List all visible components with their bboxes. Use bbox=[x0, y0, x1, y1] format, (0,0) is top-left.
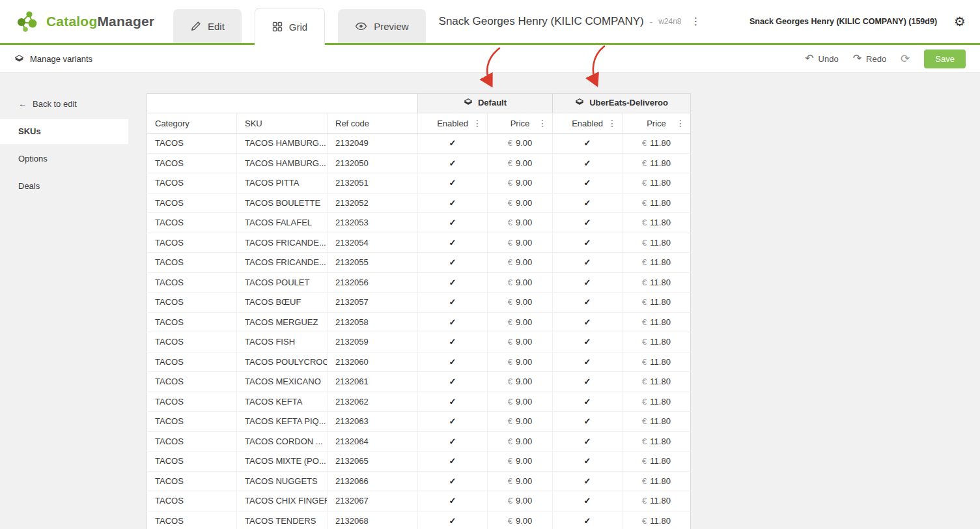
default-enabled-cell[interactable]: ✓ bbox=[418, 312, 488, 332]
uber-enabled-cell[interactable]: ✓ bbox=[553, 471, 623, 491]
category-cell[interactable]: TACOS bbox=[147, 153, 237, 173]
category-cell[interactable]: TACOS bbox=[147, 193, 237, 213]
sku-cell[interactable]: TACOS FRICANDE... bbox=[237, 233, 328, 253]
default-price-cell[interactable]: €9.00 bbox=[488, 352, 553, 372]
sku-cell[interactable]: TACOS BŒUF bbox=[237, 293, 328, 313]
category-cell[interactable]: TACOS bbox=[147, 471, 237, 491]
uber-price-cell[interactable]: €11.80 bbox=[623, 312, 691, 332]
default-price-cell[interactable]: €9.00 bbox=[488, 491, 553, 511]
account-name[interactable]: Snack Georges Henry (KILIC COMPANY) (159… bbox=[749, 17, 937, 26]
ref-code-cell[interactable]: 2132062 bbox=[328, 392, 418, 412]
tab-preview[interactable]: Preview bbox=[338, 9, 425, 43]
category-cell[interactable]: TACOS bbox=[147, 352, 237, 372]
default-enabled-cell[interactable]: ✓ bbox=[418, 372, 488, 392]
uber-price-cell[interactable]: €11.80 bbox=[623, 253, 691, 273]
column-kebab-icon[interactable]: ⋮ bbox=[674, 118, 687, 128]
default-enabled-cell[interactable]: ✓ bbox=[418, 153, 488, 173]
ref-code-cell[interactable]: 2132049 bbox=[328, 134, 418, 154]
category-cell[interactable]: TACOS bbox=[147, 134, 237, 154]
uber-price-cell[interactable]: €11.80 bbox=[623, 491, 691, 511]
category-cell[interactable]: TACOS bbox=[147, 431, 237, 451]
default-price-cell[interactable]: €9.00 bbox=[488, 451, 553, 472]
uber-enabled-cell[interactable]: ✓ bbox=[553, 372, 623, 392]
default-enabled-cell[interactable]: ✓ bbox=[418, 352, 488, 372]
uber-price-cell[interactable]: €11.80 bbox=[623, 352, 691, 372]
uber-price-cell[interactable]: €11.80 bbox=[623, 431, 691, 451]
sku-cell[interactable]: TACOS POULYCROC bbox=[237, 352, 328, 372]
default-price-cell[interactable]: €9.00 bbox=[488, 511, 553, 529]
variant-group-default[interactable]: Default bbox=[418, 94, 553, 113]
category-cell[interactable]: TACOS bbox=[147, 312, 237, 332]
uber-enabled-cell[interactable]: ✓ bbox=[553, 431, 623, 451]
save-button[interactable]: Save bbox=[924, 50, 966, 68]
default-enabled-cell[interactable]: ✓ bbox=[418, 451, 488, 472]
default-price-cell[interactable]: €9.00 bbox=[488, 153, 553, 173]
uber-price-cell[interactable]: €11.80 bbox=[623, 233, 691, 253]
sku-cell[interactable]: TACOS FALAFEL bbox=[237, 213, 328, 233]
uber-enabled-cell[interactable]: ✓ bbox=[553, 392, 623, 412]
ref-code-cell[interactable]: 2132059 bbox=[328, 332, 418, 352]
sku-cell[interactable]: TACOS CORDON ... bbox=[237, 431, 328, 451]
default-enabled-cell[interactable]: ✓ bbox=[418, 491, 488, 511]
uber-price-cell[interactable]: €11.80 bbox=[623, 153, 691, 173]
default-enabled-cell[interactable]: ✓ bbox=[418, 193, 488, 213]
uber-enabled-cell[interactable]: ✓ bbox=[553, 173, 623, 193]
sku-cell[interactable]: TACOS PITTA bbox=[237, 173, 328, 193]
uber-enabled-cell[interactable]: ✓ bbox=[553, 511, 623, 529]
default-enabled-cell[interactable]: ✓ bbox=[418, 332, 488, 352]
default-price-cell[interactable]: €9.00 bbox=[488, 412, 553, 432]
sidebar-item-options[interactable]: Options bbox=[0, 147, 128, 171]
default-price-cell[interactable]: €9.00 bbox=[488, 372, 553, 392]
ref-code-cell[interactable]: 2132063 bbox=[328, 412, 418, 432]
sku-cell[interactable]: TACOS POULET bbox=[237, 272, 328, 293]
default-price-cell[interactable]: €9.00 bbox=[488, 293, 553, 313]
default-enabled-cell[interactable]: ✓ bbox=[418, 293, 488, 313]
category-cell[interactable]: TACOS bbox=[147, 491, 237, 511]
default-price-cell[interactable]: €9.00 bbox=[488, 272, 553, 293]
tab-edit[interactable]: Edit bbox=[173, 9, 242, 43]
uber-price-cell[interactable]: €11.80 bbox=[623, 372, 691, 392]
refresh-icon[interactable]: ⟳ bbox=[901, 53, 910, 64]
uber-enabled-cell[interactable]: ✓ bbox=[553, 451, 623, 472]
ref-code-cell[interactable]: 2132061 bbox=[328, 372, 418, 392]
uber-price-cell[interactable]: €11.80 bbox=[623, 412, 691, 432]
sku-cell[interactable]: TACOS FRICANDE... bbox=[237, 253, 328, 273]
uber-price-cell[interactable]: €11.80 bbox=[623, 471, 691, 491]
uber-enabled-cell[interactable]: ✓ bbox=[553, 153, 623, 173]
sku-cell[interactable]: TACOS CHIX FINGER bbox=[237, 491, 328, 511]
redo-button[interactable]: ↷ Redo bbox=[853, 53, 886, 64]
uber-enabled-cell[interactable]: ✓ bbox=[553, 293, 623, 313]
ref-code-cell[interactable]: 2132064 bbox=[328, 431, 418, 451]
uber-enabled-cell[interactable]: ✓ bbox=[553, 134, 623, 154]
uber-enabled-cell[interactable]: ✓ bbox=[553, 213, 623, 233]
default-price-cell[interactable]: €9.00 bbox=[488, 134, 553, 154]
uber-price-cell[interactable]: €11.80 bbox=[623, 272, 691, 293]
column-kebab-icon[interactable]: ⋮ bbox=[536, 118, 549, 128]
category-cell[interactable]: TACOS bbox=[147, 233, 237, 253]
default-price-cell[interactable]: €9.00 bbox=[488, 233, 553, 253]
ref-code-cell[interactable]: 2132053 bbox=[328, 213, 418, 233]
category-cell[interactable]: TACOS bbox=[147, 332, 237, 352]
sku-cell[interactable]: TACOS KEFTA PIQ... bbox=[237, 412, 328, 432]
uber-price-cell[interactable]: €11.80 bbox=[623, 392, 691, 412]
sidebar-item-skus[interactable]: SKUs bbox=[0, 119, 128, 144]
uber-price-cell[interactable]: €11.80 bbox=[623, 193, 691, 213]
uber-price-cell[interactable]: €11.80 bbox=[623, 451, 691, 472]
gear-icon[interactable]: ⚙ bbox=[954, 15, 966, 28]
default-enabled-cell[interactable]: ✓ bbox=[418, 213, 488, 233]
sku-cell[interactable]: TACOS MIXTE (PO... bbox=[237, 451, 328, 472]
default-price-cell[interactable]: €9.00 bbox=[488, 193, 553, 213]
back-to-edit-link[interactable]: ← Back to edit bbox=[0, 99, 128, 109]
ref-code-cell[interactable]: 2132051 bbox=[328, 173, 418, 193]
category-cell[interactable]: TACOS bbox=[147, 392, 237, 412]
default-price-cell[interactable]: €9.00 bbox=[488, 213, 553, 233]
title-kebab-menu-icon[interactable]: ⋮ bbox=[688, 15, 705, 28]
ref-code-cell[interactable]: 2132067 bbox=[328, 491, 418, 511]
manage-variants-button[interactable]: Manage variants bbox=[14, 54, 92, 64]
default-price-cell[interactable]: €9.00 bbox=[488, 392, 553, 412]
ref-code-cell[interactable]: 2132050 bbox=[328, 153, 418, 173]
sku-cell[interactable]: TACOS MEXICANO bbox=[237, 372, 328, 392]
uber-enabled-cell[interactable]: ✓ bbox=[553, 352, 623, 372]
category-cell[interactable]: TACOS bbox=[147, 173, 237, 193]
default-price-cell[interactable]: €9.00 bbox=[488, 312, 553, 332]
